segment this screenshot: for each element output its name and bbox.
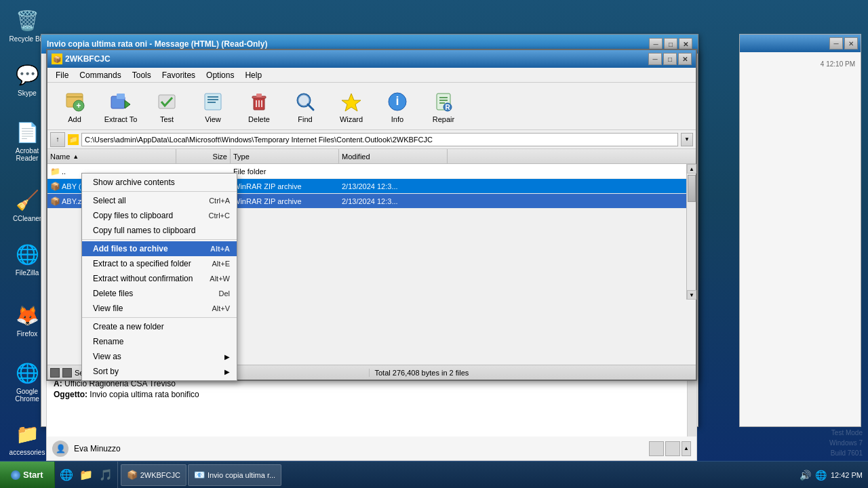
quick-launch-bar: 🌐 📁 🎵 bbox=[55, 462, 118, 488]
svg-rect-1 bbox=[66, 96, 83, 98]
ctx-extract-no-confirm[interactable]: Extract without confirmation Alt+W bbox=[82, 271, 237, 286]
scroll-arrow-down[interactable]: ▼ bbox=[687, 290, 696, 300]
col-header-name[interactable]: Name ▲ bbox=[47, 149, 176, 163]
anyrun-testmode: Test Mode bbox=[809, 428, 863, 438]
status-text-right: Total 276,408 bytes in 2 files bbox=[375, 369, 469, 377]
file-cell-type-aby2: WinRAR ZIP archive bbox=[231, 179, 339, 193]
ql-ie-icon[interactable]: 🌐 bbox=[58, 466, 75, 484]
reply-expand-btn[interactable]: ▲ bbox=[682, 441, 691, 456]
ctx-select-all[interactable]: Select all Ctrl+A bbox=[82, 193, 237, 208]
taskbar-items: 📦 2WKBFCJC 📧 Invio copia ultima r... bbox=[118, 462, 794, 488]
folder-icon-parent: 📁 bbox=[50, 167, 60, 176]
context-menu: Show archive contents Select all Ctrl+A … bbox=[81, 173, 237, 381]
status-right: Total 276,408 bytes in 2 files bbox=[369, 369, 694, 377]
filezilla-icon: 🌐 bbox=[14, 241, 41, 268]
outlook-close-btn[interactable]: ✕ bbox=[844, 37, 858, 49]
ctx-view-as[interactable]: View as ▶ bbox=[82, 349, 237, 364]
toolbar-wizard-btn[interactable]: Wizard bbox=[330, 86, 373, 127]
scroll-arrow-up[interactable]: ▲ bbox=[687, 164, 696, 174]
scroll-thumb[interactable] bbox=[688, 175, 696, 202]
winrar-address-bar: ↑ 📁 ▼ bbox=[47, 130, 696, 149]
ccleaner-icon: 🧹 bbox=[14, 186, 41, 214]
toolbar-info-btn[interactable]: i Info bbox=[376, 86, 419, 127]
ctx-label-rename: Rename bbox=[93, 337, 123, 346]
ctx-create-folder[interactable]: Create a new folder bbox=[82, 319, 237, 334]
col-header-modified[interactable]: Modified bbox=[339, 149, 448, 163]
col-header-type[interactable]: Type bbox=[231, 149, 339, 163]
winrar-app-icon: 📦 bbox=[52, 54, 62, 64]
toolbar-find-btn[interactable]: Find bbox=[283, 86, 327, 127]
ql-media-icon[interactable]: 🎵 bbox=[97, 466, 115, 484]
wizard-icon bbox=[339, 89, 363, 114]
svg-text:+: + bbox=[76, 101, 81, 110]
nav-up-btn[interactable]: ↑ bbox=[50, 132, 65, 147]
ctx-shortcut-copy-files: Ctrl+C bbox=[209, 211, 230, 220]
winrar-restore-btn[interactable]: □ bbox=[663, 53, 677, 65]
menu-file[interactable]: File bbox=[50, 69, 74, 81]
ctx-label-delete-files: Delete files bbox=[93, 289, 133, 298]
ctx-copy-full-names[interactable]: Copy full names to clipboard bbox=[82, 223, 237, 238]
taskbar-item-email[interactable]: 📧 Invio copia ultima r... bbox=[188, 464, 281, 486]
desktop: 🗑️ Recycle Bin 💬 Skype 📄 Acrobat Reader … bbox=[0, 0, 868, 488]
ctx-sort-by[interactable]: Sort by ▶ bbox=[82, 364, 237, 379]
outlook-content: 4 12:10 PM bbox=[740, 52, 861, 76]
tray-icon-volume[interactable]: 🌐 bbox=[815, 470, 827, 481]
outlook-minimize-btn[interactable]: ─ bbox=[829, 37, 843, 49]
file-list-header: Name ▲ Size Type Modified bbox=[47, 149, 696, 164]
winrar-controls: ─ □ ✕ bbox=[648, 53, 692, 65]
ctx-label-select-all: Select all bbox=[93, 196, 126, 205]
toolbar-extract-to-btn[interactable]: Extract To bbox=[99, 86, 142, 127]
col-header-size[interactable]: Size bbox=[176, 149, 231, 163]
toolbar-delete-btn[interactable]: Delete bbox=[237, 86, 281, 127]
winrar-toolbar: + Add Extract To bbox=[47, 83, 696, 130]
taskbar-item-icon-email: 📧 bbox=[194, 470, 205, 480]
ctx-show-archive-contents[interactable]: Show archive contents bbox=[82, 175, 237, 190]
acrobat-icon: 📄 bbox=[14, 119, 41, 146]
outlook-side-panel: ─ ✕ 4 12:10 PM bbox=[739, 34, 861, 427]
ctx-view-file[interactable]: View file Alt+V bbox=[82, 301, 237, 316]
ctx-label-extract-specified: Extract to a specified folder bbox=[93, 259, 191, 268]
ctx-label-sort-by: Sort by bbox=[93, 367, 119, 376]
ctx-label-extract-no-confirm: Extract without confirmation bbox=[93, 274, 193, 283]
reply-action-2[interactable] bbox=[665, 441, 680, 456]
start-button[interactable]: Start bbox=[0, 462, 55, 489]
desktop-icon-label-skype: Skype bbox=[18, 89, 37, 97]
menu-help[interactable]: Help bbox=[239, 69, 267, 81]
winrar-titlebar: 📦 2WKBFCJC ─ □ ✕ bbox=[47, 50, 696, 68]
desktop-icon-label-filezilla: FileZilla bbox=[16, 269, 39, 277]
add-label: Add bbox=[68, 115, 81, 123]
toolbar-add-btn[interactable]: + Add bbox=[53, 86, 96, 127]
ctx-add-files[interactable]: Add files to archive Alt+A bbox=[82, 241, 237, 256]
menu-favorites[interactable]: Favorites bbox=[157, 69, 201, 81]
email-reply-bar: 👤 Eva Minuzzo ▲ bbox=[46, 436, 697, 461]
address-dropdown-btn[interactable]: ▼ bbox=[681, 133, 693, 146]
tray-icon-network[interactable]: 🔊 bbox=[800, 470, 811, 481]
ql-folder-icon[interactable]: 📁 bbox=[77, 466, 95, 484]
wizard-label: Wizard bbox=[340, 115, 363, 123]
taskbar-item-winrar[interactable]: 📦 2WKBFCJC bbox=[121, 464, 186, 486]
toolbar-repair-btn[interactable]: R Repair bbox=[422, 86, 465, 127]
ctx-shortcut-delete-files: Del bbox=[218, 289, 230, 298]
toolbar-view-btn[interactable]: View bbox=[191, 86, 235, 127]
file-cell-modified-parent bbox=[339, 164, 448, 178]
reply-action-1[interactable] bbox=[649, 441, 664, 456]
ctx-copy-files[interactable]: Copy files to clipboard Ctrl+C bbox=[82, 208, 237, 223]
address-input[interactable] bbox=[81, 133, 678, 146]
winrar-minimize-btn[interactable]: ─ bbox=[648, 53, 662, 65]
menu-options[interactable]: Options bbox=[201, 69, 239, 81]
folder-icon: 📁 bbox=[68, 134, 79, 145]
ctx-sep-2 bbox=[82, 239, 237, 240]
ctx-label-view-file: View file bbox=[93, 304, 123, 313]
ctx-rename[interactable]: Rename bbox=[82, 334, 237, 349]
toolbar-test-btn[interactable]: Test bbox=[145, 86, 189, 127]
file-scrollbar[interactable]: ▲ ▼ bbox=[686, 164, 696, 300]
clock-time: 12:42 PM bbox=[831, 471, 863, 479]
menu-tools[interactable]: Tools bbox=[127, 69, 157, 81]
ctx-label-view-as: View as bbox=[93, 352, 121, 361]
winrar-close-btn[interactable]: ✕ bbox=[678, 53, 692, 65]
ctx-extract-specified[interactable]: Extract to a specified folder Alt+E bbox=[82, 256, 237, 271]
view-label: View bbox=[205, 115, 221, 123]
menu-commands[interactable]: Commands bbox=[74, 69, 126, 81]
info-icon: i bbox=[385, 89, 410, 114]
ctx-delete-files[interactable]: Delete files Del bbox=[82, 286, 237, 301]
